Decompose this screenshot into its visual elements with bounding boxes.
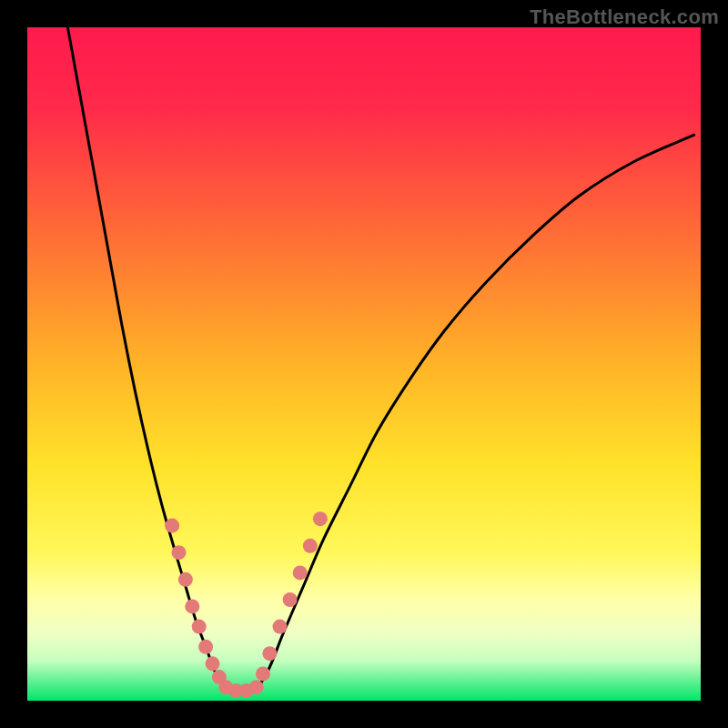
marker-right-beads bbox=[273, 620, 288, 634]
watermark-text: TheBottleneck.com bbox=[530, 5, 719, 29]
marker-left-beads bbox=[172, 545, 187, 560]
marker-right-beads bbox=[256, 666, 270, 681]
marker-right-beads bbox=[283, 592, 298, 607]
marker-left-beads bbox=[192, 620, 207, 634]
chart-stage: TheBottleneck.com bbox=[0, 0, 728, 728]
marker-right-beads bbox=[303, 539, 318, 553]
marker-floor-beads bbox=[249, 680, 264, 694]
marker-left-beads bbox=[185, 599, 199, 613]
chart-canvas bbox=[0, 0, 728, 728]
marker-left-beads bbox=[198, 640, 213, 654]
marker-left-beads bbox=[206, 656, 220, 671]
marker-right-beads bbox=[262, 646, 277, 661]
marker-right-beads bbox=[313, 511, 328, 526]
marker-left-beads bbox=[178, 572, 193, 587]
marker-right-beads bbox=[293, 565, 308, 580]
marker-left-beads bbox=[165, 519, 179, 533]
